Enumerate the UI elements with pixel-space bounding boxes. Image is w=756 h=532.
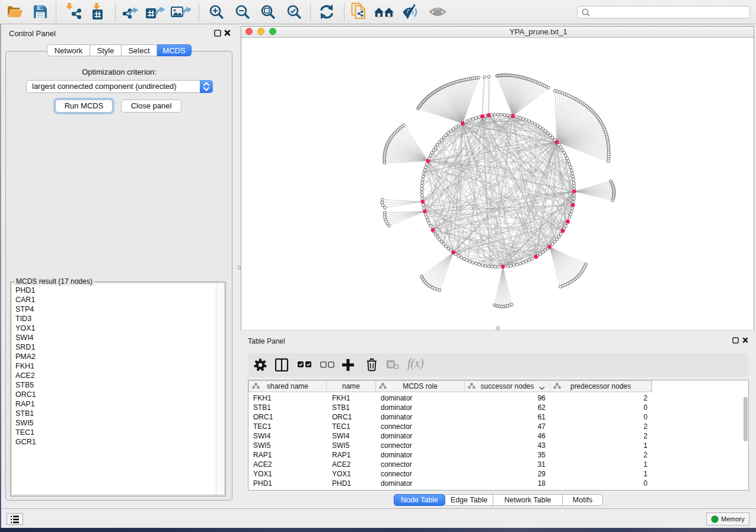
svg-text:f(x): f(x)	[407, 357, 424, 370]
